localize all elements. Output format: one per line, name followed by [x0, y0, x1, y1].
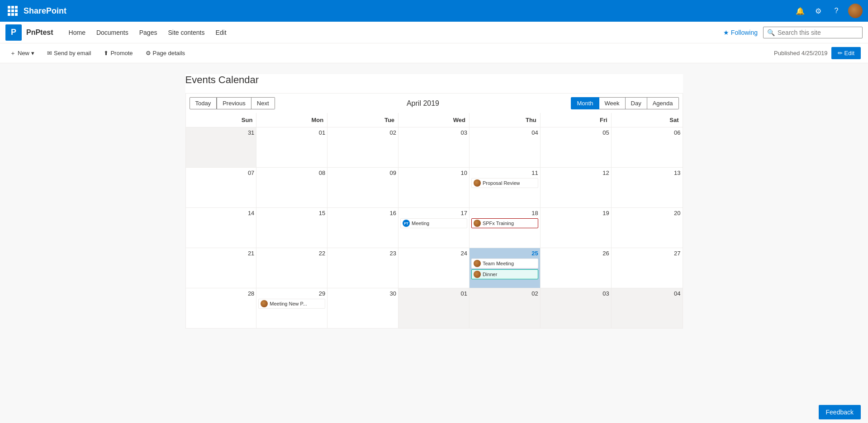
calendar-day[interactable]: 13	[612, 168, 683, 207]
app-title: SharePoint	[24, 6, 66, 16]
calendar-day[interactable]: 04	[470, 127, 541, 167]
calendar-title: Events Calendar	[185, 74, 683, 86]
waffle-menu[interactable]	[5, 4, 20, 18]
page-details-label: Page details	[153, 50, 185, 56]
event-spfx-training[interactable]: SPFx Training	[471, 218, 538, 228]
event-label: SPFx Training	[483, 221, 514, 226]
calendar-day-29[interactable]: 29 Meeting New P...	[256, 288, 327, 328]
user-avatar[interactable]	[848, 4, 863, 18]
calendar-day[interactable]: 31	[186, 127, 257, 167]
email-icon: ✉	[47, 50, 52, 56]
star-icon: ★	[723, 29, 729, 36]
calendar-day[interactable]: 08	[256, 168, 327, 207]
help-icon[interactable]: ?	[830, 5, 843, 17]
calendar-day[interactable]: 03	[541, 288, 612, 328]
new-label: New	[18, 50, 29, 56]
calendar-day[interactable]: 04	[612, 288, 683, 328]
view-day-button[interactable]: Day	[626, 97, 647, 109]
calendar-day[interactable]: 21	[186, 248, 257, 288]
next-button[interactable]: Next	[251, 97, 275, 109]
calendar-grid: Sun Mon Tue Wed Thu Fri Sat 31 01 02 03 …	[185, 113, 683, 329]
view-week-button[interactable]: Week	[599, 97, 626, 109]
calendar-month-year: April 2019	[275, 99, 571, 108]
event-label: Proposal Review	[483, 180, 520, 186]
event-meeting-new-p[interactable]: Meeting New P...	[258, 299, 325, 309]
calendar-day[interactable]: 22	[256, 248, 327, 288]
header-mon: Mon	[256, 113, 327, 127]
gear-icon: ⚙	[146, 50, 151, 56]
page-toolbar: ＋ New ▾ ✉ Send by email ⬆ Promote ⚙ Page…	[0, 43, 868, 63]
calendar-day[interactable]: 07	[186, 168, 257, 207]
search-icon: 🔍	[767, 29, 775, 36]
calendar-day[interactable]: 03	[398, 127, 470, 167]
edit-button[interactable]: ✏ Edit	[831, 47, 861, 59]
nav-documents[interactable]: Documents	[92, 27, 133, 38]
calendar-day[interactable]: 28	[186, 288, 257, 328]
today-button[interactable]: Today	[190, 97, 217, 109]
calendar-week-3: 14 15 16 17 FT Meeting 18 SPFx Training	[186, 208, 683, 248]
event-team-meeting[interactable]: Team Meeting	[471, 258, 538, 268]
event-label: Team Meeting	[483, 261, 514, 266]
site-title: PnPtest	[26, 28, 53, 37]
site-nav-links: Home Documents Pages Site contents Edit	[64, 27, 231, 38]
calendar-day[interactable]: 02	[327, 127, 398, 167]
promote-button[interactable]: ⬆ Promote	[101, 48, 135, 58]
send-email-label: Send by email	[54, 50, 91, 56]
page-details-button[interactable]: ⚙ Page details	[143, 48, 188, 58]
calendar-day[interactable]: 26	[541, 248, 612, 288]
calendar-day[interactable]: 09	[327, 168, 398, 207]
calendar-day[interactable]: 16	[327, 208, 398, 248]
new-button[interactable]: ＋ New ▾	[7, 47, 37, 59]
nav-pages[interactable]: Pages	[135, 27, 162, 38]
header-sun: Sun	[186, 113, 257, 127]
calendar-day-25-today[interactable]: 25 Team Meeting Dinner	[470, 248, 541, 288]
send-email-button[interactable]: ✉ Send by email	[44, 48, 94, 58]
event-proposal-review[interactable]: Proposal Review	[471, 178, 538, 188]
calendar-day-11[interactable]: 11 Proposal Review	[470, 168, 541, 207]
calendar-day[interactable]: 14	[186, 208, 257, 248]
calendar-day[interactable]: 01	[256, 127, 327, 167]
calendar-day[interactable]: 30	[327, 288, 398, 328]
event-avatar	[474, 220, 481, 227]
calendar-day[interactable]: 19	[541, 208, 612, 248]
event-avatar	[474, 179, 481, 187]
header-fri: Fri	[541, 113, 612, 127]
calendar-day[interactable]: 15	[256, 208, 327, 248]
settings-icon[interactable]: ⚙	[812, 5, 825, 17]
calendar-day[interactable]: 12	[541, 168, 612, 207]
calendar-day-17[interactable]: 17 FT Meeting	[398, 208, 470, 248]
calendar-day[interactable]: 01	[398, 288, 470, 328]
event-avatar	[261, 300, 268, 307]
event-label: Meeting	[412, 221, 429, 226]
calendar-week-1: 31 01 02 03 04 05 06	[186, 127, 683, 168]
header-wed: Wed	[398, 113, 470, 127]
calendar-day[interactable]: 20	[612, 208, 683, 248]
search-box[interactable]: 🔍	[763, 27, 863, 38]
site-navigation: P PnPtest Home Documents Pages Site cont…	[0, 22, 868, 43]
calendar-header: Today Previous Next April 2019 Month Wee…	[185, 93, 683, 113]
calendar-day[interactable]: 23	[327, 248, 398, 288]
event-dinner[interactable]: Dinner	[471, 269, 538, 279]
calendar-day[interactable]: 24	[398, 248, 470, 288]
event-avatar-ft: FT	[403, 220, 410, 227]
nav-edit[interactable]: Edit	[211, 27, 231, 38]
view-month-button[interactable]: Month	[571, 97, 599, 109]
calendar-day[interactable]: 10	[398, 168, 470, 207]
event-meeting[interactable]: FT Meeting	[400, 218, 467, 228]
calendar-day[interactable]: 27	[612, 248, 683, 288]
calendar-week-5: 28 29 Meeting New P... 30 01 02 03 04	[186, 288, 683, 328]
calendar-day[interactable]: 06	[612, 127, 683, 167]
following-button[interactable]: ★ Following	[723, 29, 758, 36]
view-agenda-button[interactable]: Agenda	[647, 97, 679, 109]
nav-home[interactable]: Home	[64, 27, 90, 38]
chevron-down-icon: ▾	[31, 50, 34, 56]
calendar-day[interactable]: 02	[470, 288, 541, 328]
nav-site-contents[interactable]: Site contents	[163, 27, 209, 38]
previous-button[interactable]: Previous	[217, 97, 251, 109]
feedback-button[interactable]: Feedback	[819, 405, 861, 419]
site-logo: P	[5, 24, 22, 41]
calendar-day[interactable]: 05	[541, 127, 612, 167]
calendar-day-18[interactable]: 18 SPFx Training	[470, 208, 541, 248]
search-input[interactable]	[778, 29, 859, 36]
notification-icon[interactable]: 🔔	[794, 5, 806, 17]
